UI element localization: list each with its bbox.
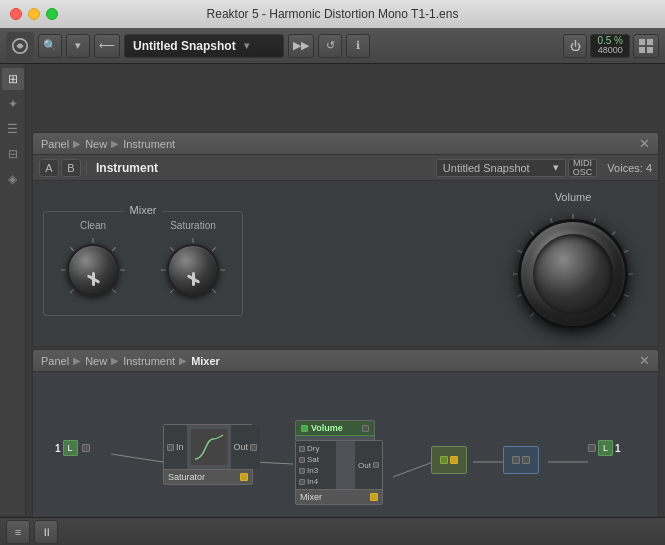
gray-block-2-port-a (512, 456, 520, 464)
sat-out-label: Out (234, 442, 249, 452)
input-num: 1 (55, 443, 61, 454)
output-port (588, 444, 596, 452)
breadcrumb-new: New (85, 138, 107, 150)
osc-label: OSC (573, 168, 593, 177)
saturator-curve (191, 429, 227, 465)
sidebar-icon-cursor[interactable]: ✦ (2, 93, 24, 115)
sidebar-icon-grid[interactable]: ⊟ (2, 143, 24, 165)
tab-b[interactable]: B (61, 159, 81, 177)
sidebar-icon-view[interactable]: ⊞ (2, 68, 24, 90)
saturator-status (240, 473, 248, 481)
breadcrumb-arrow-1: ▶ (73, 138, 81, 149)
bpm-rate: 48000 (598, 46, 623, 56)
green-block-1-port-a (440, 456, 448, 464)
tab-a[interactable]: A (39, 159, 59, 177)
output-l-badge: L (598, 440, 613, 456)
svg-line-18 (212, 289, 216, 293)
mixer-status (370, 493, 378, 501)
window-title: Reaktor 5 - Harmonic Distortion Mono T1-… (207, 7, 459, 21)
panel-close-button[interactable]: ✕ (639, 136, 650, 151)
traffic-lights (10, 8, 58, 20)
saturation-knob-group: Saturation (158, 220, 228, 305)
output-num: 1 (615, 443, 621, 454)
mixer-box-label: Mixer (124, 204, 163, 216)
bpm-display: 0.5 % 48000 (590, 34, 630, 58)
svg-line-5 (70, 289, 74, 293)
snapshot-dropdown[interactable]: Untitled Snapshot ▾ (124, 34, 284, 58)
snapshot-mini-dropdown[interactable]: Untitled Snapshot ▾ (436, 159, 566, 177)
mixer-node[interactable]: Dry Sat In3 (295, 440, 383, 505)
clean-knob[interactable] (67, 244, 119, 296)
dropdown-button[interactable]: ▾ (66, 34, 90, 58)
breadcrumb-panel: Panel (41, 138, 69, 150)
svg-rect-2 (647, 39, 653, 45)
content-area: Panel ▶ New ▶ Instrument ✕ A B Instrumen… (26, 128, 665, 545)
breadcrumb-arrow-2: ▶ (111, 138, 119, 149)
green-block-1[interactable] (431, 446, 467, 474)
power-button[interactable]: ⏻ (563, 34, 587, 58)
chevron-down-icon: ▾ (244, 40, 249, 51)
svg-rect-4 (647, 47, 653, 53)
input-l-badge[interactable]: L (63, 440, 78, 456)
mix-sat-port (299, 457, 305, 463)
svg-line-35 (393, 462, 433, 477)
saturation-label: Saturation (170, 220, 216, 231)
instrument-panel-header: Panel ▶ New ▶ Instrument ✕ (33, 133, 658, 155)
maximize-button[interactable] (46, 8, 58, 20)
saturation-knob-dot (186, 274, 200, 284)
mix-dry-port (299, 446, 305, 452)
node-breadcrumb-arrow-2: ▶ (111, 355, 119, 366)
menu-button[interactable]: ≡ (6, 520, 30, 544)
close-button[interactable] (10, 8, 22, 20)
node-panel-header: Panel ▶ New ▶ Instrument ▶ Mixer ✕ (33, 350, 658, 372)
saturation-knob-container (158, 235, 228, 305)
app-body: Panel ▶ New ▶ Instrument ✕ A B Instrumen… (0, 128, 665, 545)
search-icon: 🔍 (43, 39, 57, 52)
output-node: L 1 (588, 440, 621, 456)
grid-icon (638, 38, 654, 54)
volume-knob[interactable] (518, 219, 628, 329)
settings-button[interactable] (633, 34, 659, 58)
mixer-knobs: Clean (58, 220, 228, 305)
node-breadcrumb-panel: Panel (41, 355, 69, 367)
clean-label: Clean (80, 220, 106, 231)
node-panel: Panel ▶ New ▶ Instrument ▶ Mixer ✕ (32, 349, 659, 545)
back-button[interactable]: ⟵ (94, 34, 120, 58)
voices-label: Voices: 4 (607, 162, 652, 174)
node-panel-close-button[interactable]: ✕ (639, 353, 650, 368)
volume-node-out-port (362, 425, 369, 432)
node-breadcrumb-new: New (85, 355, 107, 367)
sat-in-port (167, 444, 174, 451)
title-bar: Reaktor 5 - Harmonic Distortion Mono T1-… (0, 0, 665, 28)
info-button[interactable]: ℹ (346, 34, 370, 58)
saturator-node[interactable]: In Out (163, 424, 253, 485)
mix-out-port (373, 462, 379, 468)
node-breadcrumb-mixer: Mixer (191, 355, 220, 367)
mix-in3-label: In3 (307, 466, 318, 475)
volume-knob-container (508, 209, 638, 339)
search-button[interactable]: 🔍 (38, 34, 62, 58)
gray-block-2[interactable] (503, 446, 539, 474)
svg-rect-3 (639, 47, 645, 53)
sidebar-icon-list[interactable]: ☰ (2, 118, 24, 140)
instrument-panel: Panel ▶ New ▶ Instrument ✕ A B Instrumen… (32, 132, 659, 347)
volume-node[interactable]: Volume (295, 420, 375, 441)
svg-line-9 (112, 247, 116, 251)
instrument-content: Mixer Clean (33, 181, 658, 346)
node-breadcrumb-arrow-3: ▶ (179, 355, 187, 366)
saturation-knob[interactable] (167, 244, 219, 296)
sat-in-label: In (176, 442, 184, 452)
midi-osc-button[interactable]: MIDI OSC (568, 159, 598, 177)
toolbar-right: ⏻ 0.5 % 48000 (563, 34, 659, 58)
left-sidebar: ⊞ ✦ ☰ ⊟ ◈ (0, 64, 26, 515)
svg-line-32 (111, 454, 163, 462)
sidebar-icon-nodes[interactable]: ◈ (2, 168, 24, 190)
loop-button[interactable]: ↺ (318, 34, 342, 58)
pause-button[interactable]: ⏸ (34, 520, 58, 544)
green-block-1-port-b (450, 456, 458, 464)
minimize-button[interactable] (28, 8, 40, 20)
mix-in4-port (299, 479, 305, 485)
volume-node-label: Volume (311, 423, 343, 433)
svg-line-16 (212, 247, 216, 251)
play-button[interactable]: ▶▶ (288, 34, 314, 58)
